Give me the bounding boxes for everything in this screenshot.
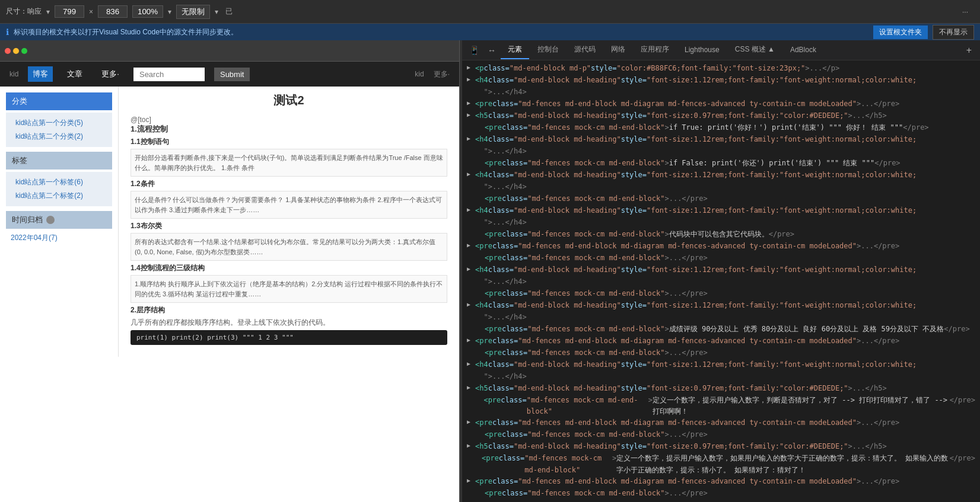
expand-icon[interactable]: ▶ [467, 75, 475, 84]
content-text-1-3: 所有的表达式都含有一个结果.这个结果都可以转化为布尔值。常见的结果可以分为两大类… [131, 233, 447, 261]
sub-heading-1-4: 1.4控制流程的三级结构 [131, 263, 447, 273]
html-line: ▶ <h4 class="md-end-block md-heading" st… [462, 134, 980, 146]
tab-network[interactable]: 网络 [604, 41, 632, 59]
site-content: kid 博客 文章 更多· Submit kid 更多· 分类 kid站点第一个… [0, 62, 459, 502]
category-link-1[interactable]: kid站点第一个分类(5) [11, 116, 107, 130]
more-dots[interactable]: ··· [962, 8, 968, 16]
category-title: 分类 [6, 92, 112, 110]
html-line: ▶ <p class="md-end-block md-p" style="co… [462, 63, 980, 75]
html-line: <pre class="md-fences mock-cm md-end-blo… [462, 252, 980, 264]
expand-icon[interactable]: ▶ [467, 205, 475, 215]
tag-link-1[interactable]: kid站点第一个标签(6) [11, 175, 107, 189]
html-line: <pre class="md-fences mock-cm md-end-blo… [462, 347, 980, 359]
html-line: <pre class="md-fences mock-cm md-end-blo… [462, 324, 980, 335]
section-1: 1.流程控制 1.1控制语句 开始部分选看看判断条件,接下来是一个代码块(子句)… [131, 124, 447, 345]
tab-console[interactable]: 控制台 [530, 41, 566, 59]
expand-icon[interactable]: ▶ [467, 63, 475, 72]
html-line: ▶ <pre class="md-fences md-end-block md-… [462, 417, 980, 429]
dismiss-button[interactable]: 不再显示 [933, 25, 974, 40]
site-nav-blog[interactable]: 博客 [28, 66, 53, 82]
html-line: <pre class="md-fences mock-cm md-end-blo… [462, 488, 980, 500]
code-block-1: print(1) print(2) print(3) """ 1 2 3 """ [131, 330, 447, 345]
content-text-1-1: 开始部分选看看判断条件,接下来是一个代码块(子句)。简单说选看到满足判断条件结果… [131, 149, 447, 177]
search-input[interactable] [133, 68, 205, 81]
expand-icon[interactable]: ▶ [467, 441, 475, 450]
tag-title: 标签 [6, 152, 112, 170]
category-link-2[interactable]: kid站点第二个分类(2) [11, 130, 107, 143]
expand-icon[interactable]: ▶ [467, 476, 475, 485]
content-text-1-2: 什么是条件? 什么可以当做条件？为何要需要条件？ 1.具备某种状态的事物称为条件… [131, 191, 447, 219]
expand-icon[interactable]: ▶ [467, 170, 475, 179]
expand-icon[interactable]: ▶ [467, 300, 475, 309]
device-mode-icon[interactable]: ↔ [484, 43, 499, 57]
html-line: ▶ <h4 class="md-end-block md-heading" st… [462, 75, 980, 87]
html-line: <pre class="md-fences mock-cm md-end-blo… [462, 453, 980, 475]
zoom-button[interactable]: 100% [132, 5, 163, 18]
more-right-button[interactable]: 更多· [434, 69, 450, 79]
minimize-dot [13, 48, 19, 54]
right-panel: 📱 ↔ 元素 控制台 源代码 网络 应用程序 Lighthouse CSS 概述… [462, 40, 980, 502]
expand-icon[interactable]: ▶ [467, 264, 475, 274]
chevron-down-icon-2: ▾ [168, 8, 171, 16]
info-text: 标识项目的根文件夹以打开Visual Studio Code中的源文件并同步更改… [14, 27, 868, 37]
html-line: ▶ <pre class="md-fences md-end-block md-… [462, 241, 980, 252]
html-line: <pre class="md-fences mock-cm md-end-blo… [462, 122, 980, 134]
tab-lighthouse[interactable]: Lighthouse [677, 42, 727, 59]
expand-icon[interactable]: ▶ [467, 417, 475, 427]
html-line: ▶ <h4 class="md-end-block md-heading" st… [462, 264, 980, 276]
tab-sources[interactable]: 源代码 [567, 41, 603, 59]
height-input[interactable] [98, 5, 128, 18]
html-line: ">...</h4> [462, 87, 980, 98]
width-input[interactable] [55, 5, 84, 18]
site-kid-right: kid [415, 70, 424, 78]
html-line: ▶ <h4 class="md-end-block md-heading" st… [462, 359, 980, 371]
section-1-heading: 1.流程控制 [131, 124, 447, 135]
html-line: ▶ <pre class="md-fences md-end-block md-… [462, 335, 980, 347]
expand-icon[interactable]: ▶ [467, 359, 475, 369]
sub-heading-1-1: 1.1控制语句 [131, 137, 447, 147]
chevron-down-icon-3: ▾ [215, 8, 218, 16]
info-icon: ℹ [6, 27, 9, 37]
times-icon: × [89, 8, 93, 16]
top-toolbar: 尺寸：响应 ▾ × 100% ▾ 无限制 ▾ 已 ··· [0, 0, 980, 24]
expand-icon[interactable]: ▶ [467, 134, 475, 143]
html-line: <pre class="md-fences mock-cm md-end-blo… [462, 288, 980, 300]
html-line: ▶ <h4 class="md-end-block md-heading" st… [462, 205, 980, 217]
tab-adblock[interactable]: AdBlock [783, 42, 823, 59]
unlimited-button[interactable]: 无限制 [176, 5, 210, 19]
tab-css-overview[interactable]: CSS 概述 ▲ [728, 41, 782, 59]
site-nav-articles[interactable]: 文章 [62, 66, 87, 82]
tab-elements[interactable]: 元素 [501, 41, 529, 59]
setup-folder-button[interactable]: 设置根文件夹 [873, 25, 928, 39]
dimension-label: 尺寸：响应 [6, 7, 42, 17]
category-section: kid站点第一个分类(5) kid站点第二个分类(2) [6, 113, 112, 147]
maximize-dot [21, 48, 27, 54]
content-text-2: 几乎所有的程序都按顺序序结构。登录上线下依次执行的代码。 [131, 317, 447, 328]
expand-icon[interactable]: ▶ [467, 241, 475, 250]
html-line: <pre class="md-fences mock-cm md-end-blo… [462, 229, 980, 241]
html-line: <pre class="md-fences mock-cm md-end-blo… [462, 158, 980, 170]
left-panel: kid 博客 文章 更多· Submit kid 更多· 分类 kid站点第一个… [0, 40, 460, 502]
html-line: <p></p> [462, 500, 980, 502]
sub-heading-1-2: 1.2条件 [131, 179, 447, 189]
time-link-1[interactable]: 2022年04月(7) [6, 231, 112, 245]
expand-icon[interactable]: ▶ [467, 335, 475, 345]
site-sidebar: 分类 kid站点第一个分类(5) kid站点第二个分类(2) 标签 kid站点第… [0, 87, 119, 357]
site-nav-more[interactable]: 更多· [97, 66, 124, 82]
sub-heading-1-3: 1.3布尔类 [131, 221, 447, 231]
expand-icon[interactable]: ▶ [467, 110, 475, 120]
add-tab-button[interactable]: + [962, 43, 976, 58]
submit-button[interactable]: Submit [214, 68, 250, 81]
sub-heading-2: 2.层序结构 [131, 305, 447, 315]
expand-icon[interactable]: ▶ [467, 98, 475, 108]
expand-icon[interactable]: ▶ [467, 383, 475, 392]
html-line: ">...</h4> [462, 217, 980, 229]
html-line: ▶ <h4 class="md-end-block md-heading" st… [462, 300, 980, 312]
tag-link-2[interactable]: kid站点第二个标签(2) [11, 189, 107, 203]
site-body: 分类 kid站点第一个分类(5) kid站点第二个分类(2) 标签 kid站点第… [0, 87, 459, 357]
toc-link[interactable]: @[toc] [131, 116, 447, 124]
html-line: ▶ <pre class="md-fences md-end-block md-… [462, 98, 980, 110]
site-main: 测试2 @[toc] 1.流程控制 1.1控制语句 开始部分选看看判断条件,接下… [119, 87, 459, 357]
device-toolbar-icon[interactable]: 📱 [466, 43, 483, 57]
tab-application[interactable]: 应用程序 [634, 41, 676, 59]
